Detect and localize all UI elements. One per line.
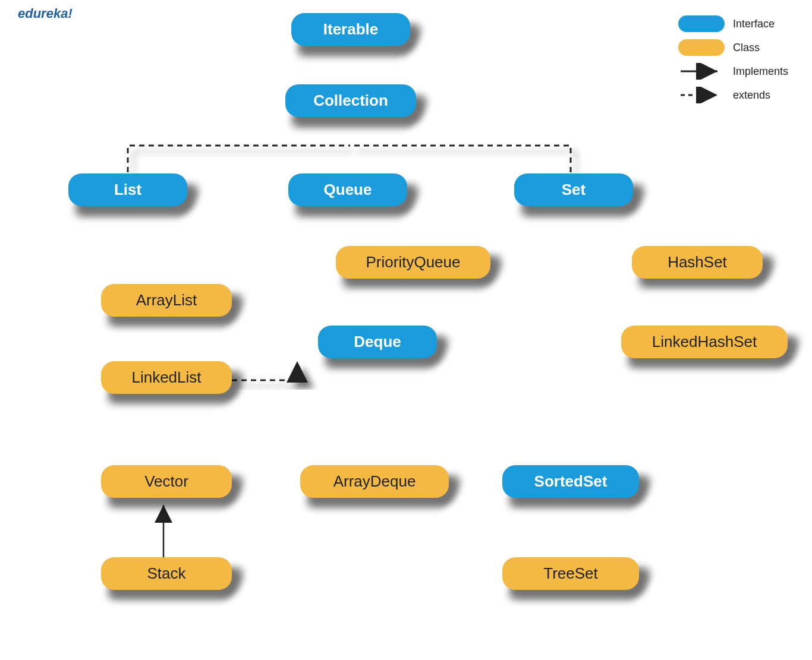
node-set: Set — [514, 173, 633, 206]
legend-label-interface: Interface — [733, 18, 775, 30]
node-linkedhashset: LinkedHashSet — [621, 326, 788, 358]
legend-class: Class — [678, 36, 788, 59]
legend-implements: Implements — [678, 59, 788, 83]
node-queue: Queue — [288, 173, 407, 206]
legend-label-class: Class — [733, 42, 760, 54]
node-stack: Stack — [101, 557, 232, 590]
legend-label-extends: extends — [733, 89, 770, 102]
node-arraylist: ArrayList — [101, 284, 232, 317]
brand-logo: edureka! — [18, 6, 73, 21]
legend-extends: extends — [678, 83, 788, 107]
node-priorityqueue: PriorityQueue — [336, 246, 490, 279]
legend-swatch-interface — [678, 15, 725, 32]
node-deque: Deque — [318, 326, 437, 358]
node-arraydeque: ArrayDeque — [300, 465, 449, 498]
node-sortedset: SortedSet — [502, 465, 639, 498]
legend: Interface Class Implements extends — [678, 12, 788, 107]
node-list: List — [68, 173, 187, 206]
node-treeset: TreeSet — [502, 557, 639, 590]
legend-label-implements: Implements — [733, 65, 788, 78]
legend-swatch-class — [678, 39, 725, 56]
node-vector: Vector — [101, 465, 232, 498]
node-hashset: HashSet — [632, 246, 763, 279]
node-iterable: Iterable — [291, 13, 410, 46]
node-collection: Collection — [285, 84, 416, 117]
node-linkedlist: LinkedList — [101, 361, 232, 394]
legend-interface: Interface — [678, 12, 788, 36]
diagram-stage: edureka!edureka!edureka!edureka! edureka… — [0, 0, 812, 660]
